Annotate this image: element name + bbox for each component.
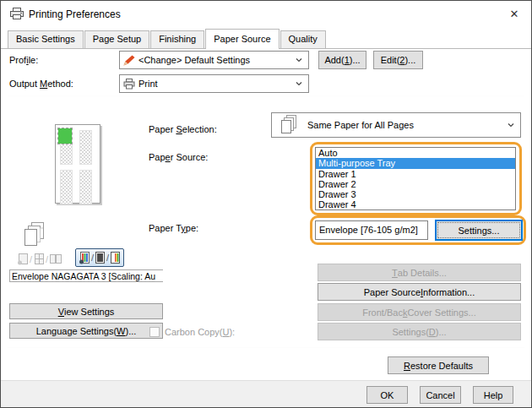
- chevron-down-icon: [296, 80, 302, 87]
- pages-stack-icon: [277, 115, 299, 135]
- tab-finishing[interactable]: Finishing: [150, 30, 204, 48]
- view-settings-button[interactable]: View Settings: [9, 303, 163, 319]
- color-bar-page-icon: [110, 251, 121, 264]
- hatch-block: [79, 130, 92, 165]
- paper-source-information-button[interactable]: Paper Source Information...: [318, 283, 521, 301]
- ok-button[interactable]: OK: [366, 386, 408, 404]
- paper-source-option[interactable]: Drawer 4: [316, 199, 515, 209]
- profile-select[interactable]: <Change> Default Settings: [119, 51, 309, 69]
- hatch-block: [79, 170, 92, 204]
- carbon-copy-checkbox[interactable]: [149, 327, 160, 337]
- tab-basic-settings[interactable]: Basic Settings: [8, 30, 84, 48]
- window-title: Printing Preferences: [29, 8, 121, 20]
- output-method-value: Print: [135, 79, 296, 89]
- language-settings-button[interactable]: Language Settings(W)...: [9, 323, 163, 339]
- printing-preferences-dialog: Printing Preferences ✕ Basic SettingsPag…: [0, 0, 532, 408]
- help-button[interactable]: Help: [473, 386, 513, 404]
- profile-label: Profile:: [9, 55, 38, 65]
- tab-strip: Basic SettingsPage SetupFinishingPaper S…: [8, 29, 327, 48]
- print-area-mark: [58, 128, 72, 144]
- poster-view-icon: [33, 253, 45, 265]
- chevron-down-icon: [508, 122, 514, 128]
- section-divider: [8, 347, 524, 348]
- color-mode-toggle[interactable]: / /: [75, 248, 124, 267]
- envelope-preview: [55, 124, 100, 204]
- preview-status-text: Envelope NAGAGATA 3 [Scaling: Au: [9, 269, 163, 282]
- print-icon: [123, 79, 135, 90]
- tab-quality[interactable]: Quality: [280, 30, 326, 48]
- paper-selection-label: Paper Selection:: [149, 124, 217, 134]
- focus-rect: [438, 223, 519, 237]
- paper-type-settings-button[interactable]: Settings...: [435, 220, 523, 241]
- title-bar: Printing Preferences ✕: [1, 1, 531, 27]
- preview-mode-toggle[interactable]: / /: [14, 251, 65, 267]
- paper-source-option[interactable]: Drawer 1: [316, 169, 515, 179]
- separator: /: [91, 253, 94, 263]
- front-back-cover-settings-button: Front/Back Cover Settings...: [318, 303, 521, 321]
- output-method-label: Output Method:: [9, 79, 73, 89]
- pencil-icon: [123, 55, 135, 66]
- carbon-copy-label: Carbon Copy(U):: [165, 327, 235, 337]
- paper-source-option[interactable]: Multi-purpose Tray: [316, 158, 515, 168]
- paper-type-value: Envelope [76-105 g/m2]: [315, 220, 428, 240]
- booklet-view-icon: [49, 253, 62, 265]
- paper-source-option[interactable]: Drawer 3: [316, 189, 515, 199]
- paper-selection-select[interactable]: Same Paper for All Pages: [271, 112, 521, 138]
- color-page-icon: [79, 251, 90, 264]
- hatch-block: [60, 170, 73, 204]
- tab-page-setup[interactable]: Page Setup: [84, 30, 150, 48]
- paper-source-label: Paper Source:: [149, 152, 208, 162]
- cancel-button[interactable]: Cancel: [420, 386, 461, 404]
- output-method-select[interactable]: Print: [119, 74, 309, 93]
- separator: /: [30, 254, 32, 264]
- paper-type-label: Paper Type:: [149, 223, 198, 233]
- section-divider: [8, 95, 524, 96]
- paper-source-option[interactable]: Drawer 2: [316, 179, 515, 189]
- preview-pane: / / / / Envelope NAGAGATA 3 [Scaling: Au: [9, 102, 163, 282]
- chevron-down-icon: [296, 57, 302, 63]
- carbon-copy-settings-button: Settings(D)...: [318, 323, 521, 340]
- profile-value: <Change> Default Settings: [135, 55, 296, 65]
- paper-source-option[interactable]: Auto: [316, 148, 515, 158]
- restore-defaults-button[interactable]: Restore Defaults: [388, 356, 489, 374]
- printer-icon: [9, 8, 24, 20]
- sheet-view-icon: [17, 253, 29, 265]
- grayscale-page-icon: [95, 251, 106, 264]
- edit-button[interactable]: Edit(2)...: [373, 51, 423, 69]
- paper-source-listbox[interactable]: AutoMulti-purpose TrayDrawer 1Drawer 2Dr…: [315, 147, 516, 210]
- tab-paper-source[interactable]: Paper Source: [205, 29, 279, 49]
- paper-selection-value: Same Paper for All Pages: [299, 120, 508, 130]
- tab-details-button: Tab Details...: [318, 264, 521, 281]
- close-icon[interactable]: ✕: [502, 4, 526, 23]
- separator: /: [46, 254, 48, 264]
- copies-stack-icon: [21, 222, 46, 249]
- separator: /: [106, 253, 109, 263]
- add-button[interactable]: Add(1)...: [318, 51, 366, 69]
